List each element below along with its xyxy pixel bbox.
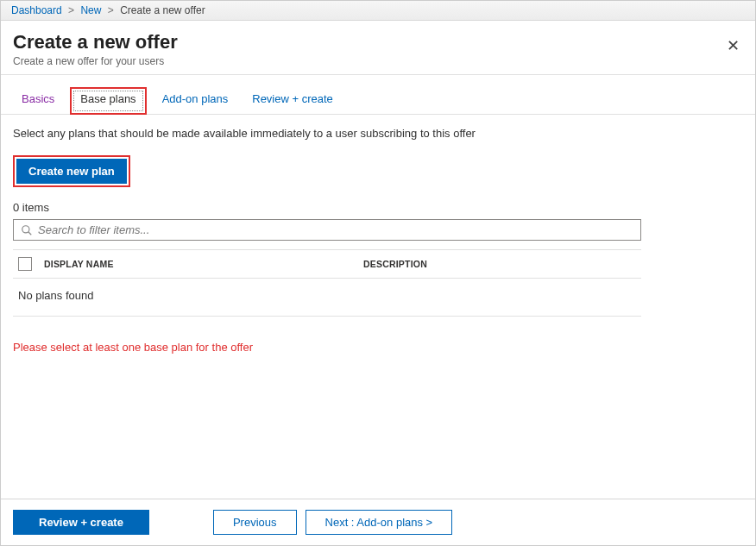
close-icon: ✕ — [727, 37, 740, 54]
section-description: Select any plans that should be made ava… — [13, 127, 743, 140]
tab-basics[interactable]: Basics — [13, 87, 63, 114]
page-header: Create a new offer Create a new offer fo… — [1, 24, 755, 75]
svg-point-0 — [22, 225, 29, 232]
create-new-plan-button[interactable]: Create new plan — [16, 159, 127, 184]
search-input[interactable] — [38, 223, 633, 236]
column-display-name[interactable]: DISPLAY NAME — [44, 259, 363, 269]
select-all-checkbox[interactable] — [18, 257, 32, 271]
tab-base-plans[interactable]: Base plans — [70, 87, 146, 115]
search-container[interactable] — [13, 219, 641, 241]
breadcrumb-link-dashboard[interactable]: Dashboard — [11, 4, 62, 16]
footer-bar: Review + create Previous Next : Add-on p… — [1, 499, 755, 545]
review-create-button[interactable]: Review + create — [13, 510, 149, 535]
validation-error: Please select at least one base plan for… — [13, 341, 743, 354]
next-button[interactable]: Next : Add-on plans > — [306, 510, 453, 535]
close-button[interactable]: ✕ — [723, 33, 743, 59]
tab-addon-plans[interactable]: Add-on plans — [154, 87, 237, 114]
breadcrumb-current: Create a new offer — [120, 4, 205, 16]
breadcrumb-link-new[interactable]: New — [80, 4, 101, 16]
svg-line-1 — [28, 231, 32, 235]
create-plan-highlight: Create new plan — [13, 155, 130, 187]
breadcrumb: Dashboard > New > Create a new offer — [1, 1, 755, 21]
content-area: Select any plans that should be made ava… — [1, 115, 755, 354]
table-header: DISPLAY NAME DESCRIPTION — [13, 249, 641, 279]
search-icon — [21, 224, 33, 236]
column-description[interactable]: DESCRIPTION — [363, 259, 427, 269]
previous-button[interactable]: Previous — [213, 510, 297, 535]
page-title: Create a new offer — [13, 31, 743, 53]
chevron-right-icon: > — [108, 4, 114, 16]
chevron-right-icon: > — [68, 4, 74, 16]
tabs: Basics Base plans Add-on plans Review + … — [1, 75, 755, 115]
item-count: 0 items — [13, 201, 743, 214]
page-subtitle: Create a new offer for your users — [13, 55, 743, 67]
tab-review-create[interactable]: Review + create — [243, 87, 342, 114]
table-empty-row: No plans found — [13, 279, 641, 317]
